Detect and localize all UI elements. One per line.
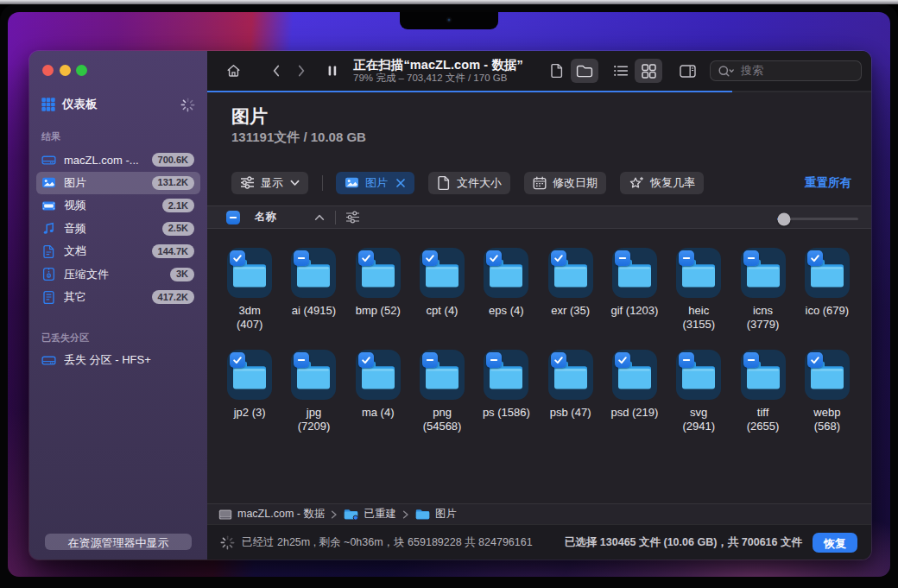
reset-all-link[interactable]: 重置所有 <box>805 175 851 191</box>
folder-tile[interactable] <box>612 248 657 298</box>
folder-checkbox-mixed[interactable] <box>679 352 694 368</box>
name-column-header[interactable]: 名称 <box>255 210 276 224</box>
folder-item[interactable]: icns(3779) <box>730 248 794 350</box>
folder-item[interactable]: ps (1586) <box>474 350 538 452</box>
close-icon[interactable] <box>395 178 406 188</box>
sidebar-item[interactable]: 视频2.1K <box>36 194 200 218</box>
view-button-panel[interactable] <box>674 59 701 83</box>
folder-checkbox-checked[interactable] <box>615 352 630 368</box>
filter-chip-file[interactable]: 文件大小 <box>428 172 510 194</box>
folder-item[interactable]: 3dm(407) <box>218 248 281 350</box>
select-all-checkbox[interactable] <box>226 211 240 224</box>
folder-tile[interactable] <box>420 350 465 400</box>
breadcrumb-item[interactable]: macZL.com - 数据 <box>218 507 325 522</box>
folder-checkbox-checked[interactable] <box>358 352 374 368</box>
folder-checkbox-mixed[interactable] <box>743 250 759 266</box>
folder-item[interactable]: cpt (4) <box>410 248 474 350</box>
filter-chip-calendar[interactable]: 修改日期 <box>524 172 606 194</box>
folder-tile[interactable] <box>676 350 721 400</box>
folder-checkbox-checked[interactable] <box>807 250 823 266</box>
close-button[interactable] <box>42 65 54 76</box>
folder-item[interactable]: jp2 (3) <box>218 350 281 452</box>
pause-icon[interactable] <box>327 65 338 77</box>
folder-item[interactable]: svg(2941) <box>667 350 730 452</box>
view-button-folder[interactable] <box>571 59 598 83</box>
folder-checkbox-mixed[interactable] <box>294 250 309 266</box>
column-settings-icon[interactable] <box>345 211 360 224</box>
folder-tile[interactable] <box>420 248 465 298</box>
view-button-list[interactable] <box>607 59 635 83</box>
folder-checkbox-mixed[interactable] <box>679 250 694 266</box>
folder-checkbox-checked[interactable] <box>551 352 566 368</box>
folder-checkbox-mixed[interactable] <box>486 352 502 368</box>
sort-ascending-icon[interactable] <box>314 214 325 221</box>
home-icon[interactable] <box>225 63 242 79</box>
minimize-button[interactable] <box>60 65 71 76</box>
folder-checkbox-mixed[interactable] <box>294 352 309 368</box>
folder-checkbox-mixed[interactable] <box>615 250 630 266</box>
folder-item[interactable]: webp(568) <box>795 350 859 452</box>
folder-tile[interactable] <box>548 350 593 400</box>
sidebar-item[interactable]: macZL.com -...700.6K <box>36 149 200 172</box>
sidebar-item[interactable]: 文档144.7K <box>36 240 200 263</box>
breadcrumb-item[interactable]: 已重建 <box>344 507 396 522</box>
folder-tile[interactable] <box>805 248 850 298</box>
folder-item[interactable]: ico (679) <box>795 248 859 350</box>
folder-tile[interactable] <box>484 248 528 298</box>
folder-tile[interactable] <box>741 350 786 400</box>
folder-tile[interactable] <box>227 350 272 400</box>
folder-tile[interactable] <box>227 248 272 298</box>
folder-item[interactable]: png(54568) <box>410 350 474 452</box>
sidebar-item[interactable]: 图片131.2K <box>36 172 200 195</box>
folder-tile[interactable] <box>356 248 401 298</box>
folder-checkbox-checked[interactable] <box>358 250 374 266</box>
folder-tile[interactable] <box>291 350 336 400</box>
folder-tile[interactable] <box>805 350 850 400</box>
view-button-grid[interactable] <box>635 59 662 83</box>
sidebar-item[interactable]: 丢失 分区 - HFS+ <box>36 349 200 372</box>
folder-item[interactable]: ai (4915) <box>281 248 345 350</box>
display-filter-button[interactable]: 显示 <box>231 172 308 194</box>
show-in-explorer-button[interactable]: 在资源管理器中显示 <box>45 534 192 550</box>
folder-item[interactable]: gif (1203) <box>603 248 667 350</box>
folder-checkbox-checked[interactable] <box>551 250 566 266</box>
folder-tile[interactable] <box>741 248 786 298</box>
folder-checkbox-checked[interactable] <box>807 352 823 368</box>
folder-item[interactable]: exr (35) <box>538 248 602 350</box>
forward-icon[interactable] <box>296 64 307 78</box>
folder-checkbox-checked[interactable] <box>230 352 245 368</box>
breadcrumb-item[interactable]: 图片 <box>415 507 457 522</box>
folder-item[interactable]: psb (47) <box>538 350 602 452</box>
folder-tile[interactable] <box>484 350 528 400</box>
folder-tile[interactable] <box>612 350 657 400</box>
folder-item[interactable]: jpg(7209) <box>281 350 345 452</box>
folder-tile[interactable] <box>291 248 336 298</box>
thumbnail-zoom-slider[interactable] <box>777 218 858 220</box>
folder-item[interactable]: ma (4) <box>346 350 410 452</box>
zoom-slider-knob[interactable] <box>777 212 790 225</box>
sidebar-item[interactable]: 音频2.5K <box>36 218 200 241</box>
back-icon[interactable] <box>271 64 281 78</box>
folder-checkbox-mixed[interactable] <box>422 352 438 368</box>
sidebar-item-dashboard[interactable]: 仪表板 <box>36 93 200 116</box>
folder-item[interactable]: psd (219) <box>603 350 667 452</box>
folder-checkbox-checked[interactable] <box>422 250 438 266</box>
folder-item[interactable]: bmp (52) <box>346 248 410 350</box>
folder-tile[interactable] <box>676 248 721 298</box>
folder-checkbox-checked[interactable] <box>230 250 245 266</box>
folder-checkbox-mixed[interactable] <box>743 352 759 368</box>
folder-tile[interactable] <box>356 350 401 400</box>
search-field[interactable]: 搜索 <box>710 60 862 81</box>
folder-checkbox-checked[interactable] <box>486 250 502 266</box>
folder-item[interactable]: tiff(2655) <box>730 350 794 452</box>
folder-tile[interactable] <box>548 248 593 298</box>
filter-chip-star[interactable]: 恢复几率 <box>620 172 704 194</box>
filter-chip-image[interactable]: 图片 <box>336 172 414 194</box>
folder-item[interactable]: eps (4) <box>474 248 538 350</box>
sidebar-item[interactable]: 压缩文件3K <box>36 263 200 287</box>
sidebar-item[interactable]: 其它417.2K <box>36 286 200 309</box>
recover-button[interactable]: 恢复 <box>813 533 857 553</box>
view-button-file[interactable] <box>543 59 571 83</box>
folder-item[interactable]: heic(3155) <box>667 248 730 350</box>
zoom-button[interactable] <box>76 65 87 76</box>
